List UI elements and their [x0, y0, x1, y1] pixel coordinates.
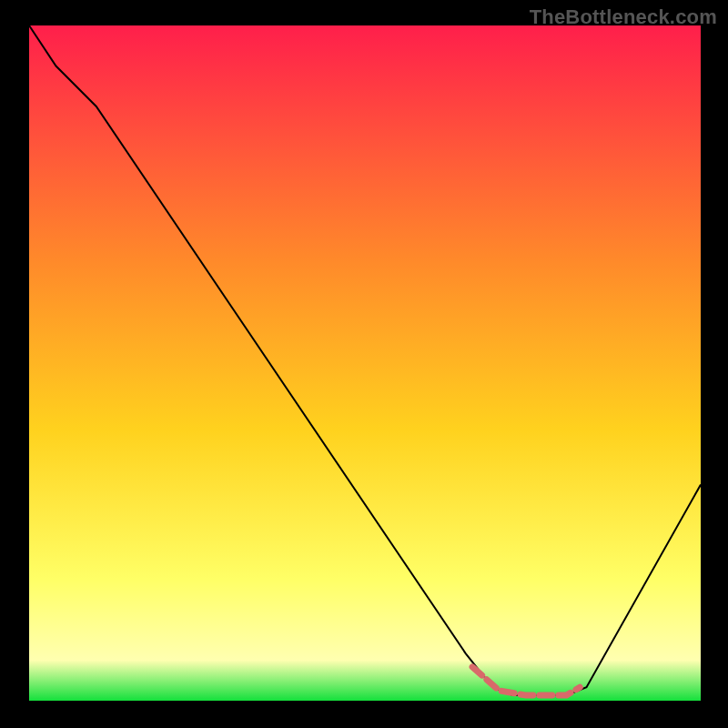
- watermark-text: TheBottleneck.com: [530, 5, 717, 29]
- chart-plot-area: [29, 25, 701, 701]
- bottleneck-curve-chart: [29, 25, 701, 701]
- chart-background: [29, 25, 701, 701]
